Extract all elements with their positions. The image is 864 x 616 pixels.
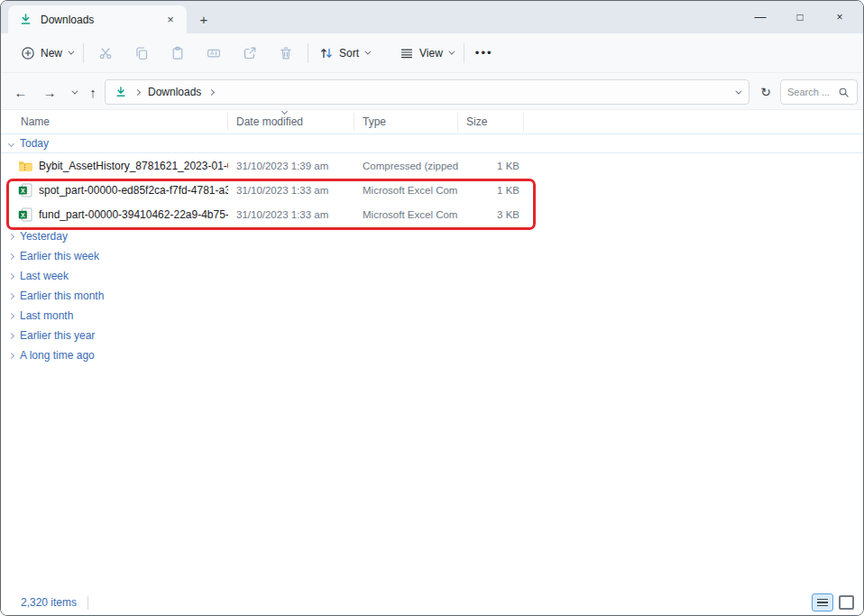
chevron-right-icon [134,88,141,95]
close-button[interactable]: × [820,1,859,32]
file-date: 31/10/2023 1:33 am [228,185,354,196]
file-name: Bybit_AssetHistory_8781621_2023-01-01_20… [39,160,228,172]
group-header-today[interactable]: Today [1,134,863,153]
sort-button[interactable]: Sort [312,38,376,69]
file-row-fund[interactable]: X fund_part-00000-39410462-22a9-4b75-afb… [1,202,863,226]
new-tab-button[interactable]: + [192,8,216,30]
toolbar-separator [464,43,464,63]
group-header-earlier-this-week[interactable]: Earlier this week [1,246,863,266]
explorer-tab-downloads[interactable]: Downloads × [8,5,187,33]
sort-ascending-icon [281,108,288,115]
thumbnails-view-button[interactable] [839,595,854,610]
details-view-button[interactable] [812,593,833,611]
search-box[interactable] [780,79,858,105]
file-size: 3 KB [458,209,524,220]
share-button[interactable] [232,38,268,69]
search-input[interactable] [787,87,838,97]
group-label: Earlier this year [20,329,95,342]
sort-icon [319,46,334,60]
maximize-button[interactable]: □ [780,1,820,32]
view-button[interactable]: View [392,38,460,69]
group-header-a-long-time-ago[interactable]: A long time ago [1,345,863,365]
details-view-icon [817,599,828,601]
chevron-down-icon [71,87,78,94]
more-options-button[interactable]: ••• [468,38,501,69]
zip-folder-icon [18,159,32,173]
chevron-down-icon [68,49,74,55]
group-header-earlier-this-year[interactable]: Earlier this year [1,326,863,345]
file-size: 1 KB [458,161,524,171]
svg-text:A: A [210,50,215,56]
breadcrumb-downloads[interactable]: Downloads [148,86,201,98]
search-icon [838,87,850,98]
chevron-right-icon [8,312,14,318]
group-header-yesterday[interactable]: Yesterday [1,226,863,246]
column-header-type[interactable]: Type [354,113,458,131]
toolbar-separator [308,43,308,63]
status-bar: 2,320 items [1,590,863,615]
column-header-name[interactable]: Name [1,113,228,131]
group-header-last-month[interactable]: Last month [1,306,863,326]
delete-button[interactable] [268,38,304,69]
group-label: A long time ago [20,349,95,362]
chevron-down-icon [8,140,14,146]
group-label: Yesterday [20,230,68,243]
chevron-right-icon [8,253,14,259]
breadcrumb[interactable]: Downloads [105,79,749,105]
group-header-earlier-this-month[interactable]: Earlier this month [1,286,863,306]
file-type: Microsoft Excel Com... [354,209,458,220]
group-label: Earlier this month [20,290,104,302]
forward-button[interactable]: → [37,79,62,105]
address-dropdown-icon[interactable] [735,87,741,94]
chevron-down-icon [364,49,371,55]
items-count: 2,320 items [21,596,77,609]
copy-button[interactable] [124,38,160,69]
up-button[interactable]: ↑ [80,79,106,105]
rename-icon: A [207,46,221,60]
file-list: Name Date modified Type Size Today Bybit… [1,110,863,590]
refresh-button[interactable]: ↻ [753,79,778,105]
file-name: fund_part-00000-39410462-22a9-4b75-afb1-… [39,208,228,221]
file-row-zip[interactable]: Bybit_AssetHistory_8781621_2023-01-01_20… [1,153,863,178]
downloads-icon [19,13,32,26]
ellipsis-icon: ••• [475,46,493,60]
group-label: Last week [20,270,69,282]
share-icon [243,46,257,60]
group-header-last-week[interactable]: Last week [1,266,863,286]
chevron-right-icon [8,233,14,239]
column-header-size[interactable]: Size [458,113,524,131]
paste-button[interactable] [160,38,196,69]
rename-button[interactable]: A [196,38,232,69]
title-bar: Downloads × + — □ × [1,1,863,33]
column-header-date-modified[interactable]: Date modified [228,113,354,131]
downloads-icon [115,86,127,98]
cut-icon [98,46,113,60]
excel-file-icon: X [18,207,32,222]
status-separator [87,596,88,610]
excel-file-icon: X [18,183,32,198]
view-button-label: View [419,47,443,60]
group-label: Last month [20,309,73,322]
svg-text:X: X [21,211,25,217]
sort-button-label: Sort [339,47,359,60]
chevron-right-icon [8,272,14,279]
new-button[interactable]: New [14,38,79,69]
file-type: Compressed (zipped)... [354,161,458,171]
file-row-spot[interactable]: X spot_part-00000-ed85f2ca-f7fd-4781-a3e… [1,178,863,202]
group-label: Today [20,137,49,150]
paste-icon [170,46,185,60]
file-type: Microsoft Excel Com... [354,185,458,196]
chevron-right-icon [8,352,14,358]
minimize-button[interactable]: — [740,1,780,32]
cut-button[interactable] [87,38,124,69]
view-icon [400,46,414,60]
chevron-right-icon [8,292,14,299]
column-header-row: Name Date modified Type Size [1,110,863,134]
file-explorer-window: Downloads × + — □ × New [0,0,864,616]
file-date: 31/10/2023 1:33 am [228,209,354,220]
chevron-down-icon [448,49,455,55]
chevron-right-icon[interactable] [208,88,215,95]
tab-close-icon[interactable]: × [161,11,179,29]
copy-icon [134,46,149,60]
back-button[interactable]: ← [8,79,33,105]
